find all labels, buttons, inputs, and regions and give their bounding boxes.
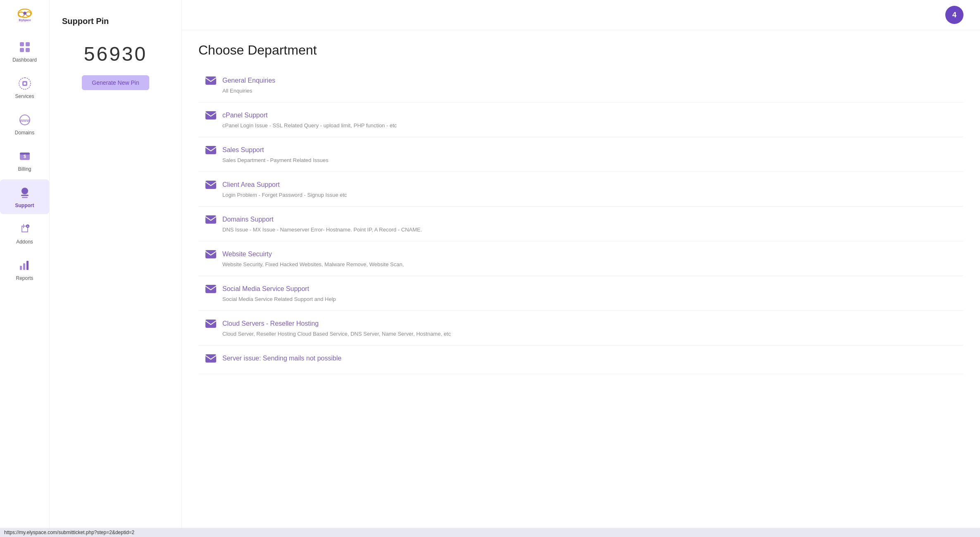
- mail-icon: [205, 319, 217, 328]
- svg-rect-5: [20, 42, 24, 46]
- department-item[interactable]: cPanel SupportcPanel Login Issue - SSL R…: [198, 103, 963, 137]
- sidebar-item-services[interactable]: Services: [0, 70, 49, 105]
- svg-rect-26: [205, 111, 216, 119]
- svg-rect-23: [23, 263, 25, 270]
- svg-rect-29: [205, 215, 216, 224]
- status-bar-url: https://my.elyspace.com/submitticket.php…: [4, 530, 134, 535]
- department-name: Sales Support: [222, 146, 264, 154]
- svg-point-2: [26, 12, 31, 16]
- mail-icon: [205, 76, 217, 85]
- department-item[interactable]: Website SecuirtyWebsite Security, Fixed …: [198, 241, 963, 276]
- department-item[interactable]: General EnquiriesAll Enquiries: [198, 68, 963, 103]
- department-desc: Social Media Service Related Support and…: [205, 296, 957, 302]
- mail-icon: [205, 180, 217, 189]
- department-name: Domains Support: [222, 216, 274, 223]
- sidebar-item-support-label: Support: [15, 203, 34, 208]
- mail-icon: [205, 215, 217, 224]
- svg-rect-27: [205, 146, 216, 154]
- department-name: Social Media Service Support: [222, 285, 309, 293]
- services-icon: [17, 76, 32, 91]
- top-bar: 4: [182, 0, 980, 30]
- sidebar-item-billing-label: Billing: [18, 166, 31, 172]
- sidebar: ElySpace Dashboard Services: [0, 0, 50, 537]
- department-item[interactable]: Client Area SupportLogin Problem - Forge…: [198, 172, 963, 207]
- department-list: General EnquiriesAll Enquiries cPanel Su…: [198, 68, 963, 374]
- logo[interactable]: ElySpace: [12, 7, 37, 25]
- svg-rect-28: [205, 181, 216, 189]
- department-desc: Login Problem - Forget Password - Signup…: [205, 192, 957, 198]
- svg-rect-8: [26, 48, 30, 52]
- department-name: Website Secuirty: [222, 251, 272, 258]
- svg-rect-19: [22, 197, 28, 198]
- sidebar-item-services-label: Services: [15, 93, 34, 99]
- sidebar-item-support[interactable]: Support: [0, 179, 49, 214]
- svg-rect-16: [20, 153, 30, 155]
- support-icon: [17, 185, 32, 200]
- dashboard-icon: [17, 40, 32, 55]
- svg-point-1: [18, 12, 24, 17]
- sidebar-item-dashboard-label: Dashboard: [12, 57, 37, 63]
- right-panel: Choose Department General EnquiriesAll E…: [182, 30, 980, 537]
- svg-text:+: +: [26, 224, 29, 228]
- right-panel-title: Choose Department: [198, 43, 963, 58]
- svg-text:ElySpace: ElySpace: [19, 19, 31, 22]
- generate-pin-button[interactable]: Generate New Pin: [82, 75, 149, 90]
- right-container: 4 Choose Department General EnquiriesAll…: [182, 0, 980, 537]
- sidebar-item-domains[interactable]: www Domains: [0, 107, 49, 141]
- svg-rect-25: [205, 76, 216, 85]
- svg-rect-7: [20, 48, 24, 52]
- department-name: Cloud Servers - Reseller Hosting: [222, 320, 319, 327]
- svg-rect-33: [205, 354, 216, 363]
- svg-rect-32: [205, 320, 216, 328]
- svg-rect-18: [21, 195, 29, 196]
- department-desc: Website Security, Fixed Hacked Websites,…: [205, 261, 957, 267]
- mail-icon: [205, 354, 217, 363]
- svg-rect-6: [26, 42, 30, 46]
- svg-point-11: [24, 82, 26, 85]
- svg-point-17: [21, 188, 28, 194]
- reports-icon: [17, 258, 32, 273]
- department-item[interactable]: Server issue: Sending mails not possible: [198, 346, 963, 374]
- billing-icon: $: [17, 149, 32, 164]
- support-pin-value: 56930: [84, 43, 147, 65]
- status-bar: https://my.elyspace.com/submitticket.php…: [0, 528, 980, 537]
- department-item[interactable]: Domains SupportDNS Issue - MX Issue - Na…: [198, 207, 963, 241]
- department-item[interactable]: Sales SupportSales Department - Payment …: [198, 137, 963, 172]
- svg-text:www: www: [19, 118, 30, 123]
- left-panel-title: Support Pin: [62, 17, 109, 26]
- department-item[interactable]: Cloud Servers - Reseller HostingCloud Se…: [198, 311, 963, 346]
- left-panel: Support Pin 56930 Generate New Pin: [50, 0, 182, 537]
- department-desc: Sales Department - Payment Related Issue…: [205, 157, 957, 163]
- department-name: General Enquiries: [222, 77, 275, 84]
- department-desc: All Enquiries: [205, 88, 957, 94]
- sidebar-item-reports[interactable]: Reports: [0, 252, 49, 287]
- sidebar-item-addons[interactable]: + Addons: [0, 216, 49, 251]
- mail-icon: [205, 250, 217, 259]
- department-name: Client Area Support: [222, 181, 280, 189]
- svg-rect-31: [205, 285, 216, 293]
- svg-rect-24: [26, 261, 29, 270]
- mail-icon: [205, 284, 217, 294]
- svg-point-3: [23, 12, 26, 14]
- mail-icon: [205, 111, 217, 120]
- department-name: cPanel Support: [222, 112, 267, 119]
- department-desc: DNS Issue - MX Issue - Nameserver Error-…: [205, 227, 957, 233]
- domains-icon: www: [17, 112, 32, 127]
- sidebar-item-billing[interactable]: $ Billing: [0, 143, 49, 178]
- svg-rect-22: [20, 266, 22, 270]
- department-desc: Cloud Server, Reseller Hosting Cloud Bas…: [205, 331, 957, 337]
- sidebar-item-domains-label: Domains: [15, 130, 34, 136]
- svg-rect-30: [205, 250, 216, 258]
- sidebar-item-dashboard[interactable]: Dashboard: [0, 34, 49, 69]
- department-name: Server issue: Sending mails not possible: [222, 355, 341, 362]
- department-desc: cPanel Login Issue - SSL Related Query -…: [205, 122, 957, 129]
- sidebar-item-addons-label: Addons: [16, 239, 33, 245]
- notification-badge[interactable]: 4: [945, 6, 963, 24]
- mail-icon: [205, 146, 217, 155]
- sidebar-item-reports-label: Reports: [16, 275, 33, 281]
- department-item[interactable]: Social Media Service SupportSocial Media…: [198, 276, 963, 311]
- addons-icon: +: [17, 222, 32, 236]
